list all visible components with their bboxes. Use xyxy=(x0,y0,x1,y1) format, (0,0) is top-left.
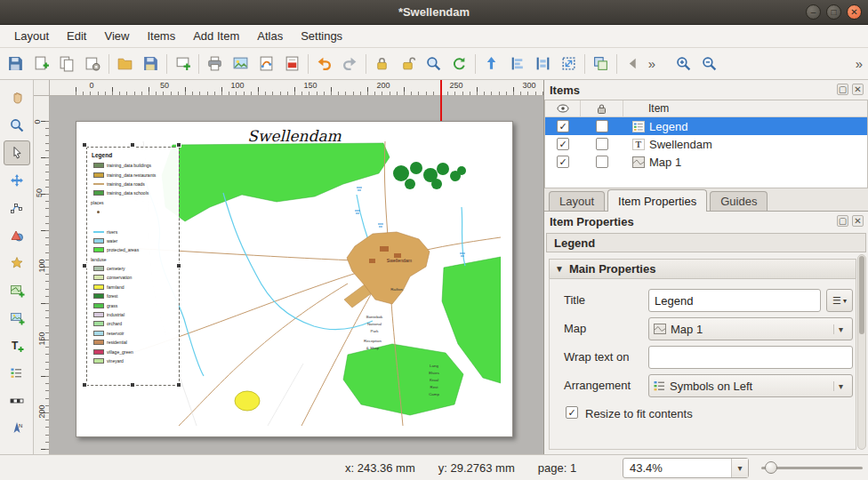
pan-icon[interactable] xyxy=(4,85,30,110)
add-north-arrow-icon[interactable]: N xyxy=(4,416,30,441)
legend-swatch xyxy=(93,238,104,244)
zoom-full-icon[interactable] xyxy=(421,52,446,76)
menu-edit[interactable]: Edit xyxy=(58,27,95,45)
wrap-text-input[interactable] xyxy=(648,346,853,369)
float-panel-icon[interactable]: ▢ xyxy=(837,215,848,227)
selection-handle[interactable] xyxy=(176,382,181,388)
close-button[interactable]: ✕ xyxy=(847,4,862,20)
save-template-icon[interactable] xyxy=(138,52,164,76)
scrollbar-thumb[interactable] xyxy=(859,256,864,334)
selection-handle[interactable] xyxy=(82,263,87,268)
layout-manager-icon[interactable] xyxy=(80,52,106,76)
print-icon[interactable] xyxy=(202,52,228,76)
zoom-slider-thumb[interactable] xyxy=(765,461,777,474)
lock-checkbox[interactable] xyxy=(596,138,608,150)
zoom-level-combo[interactable]: 43.4% ▾ xyxy=(623,458,749,478)
menu-layout[interactable]: Layout xyxy=(5,27,58,45)
save-icon[interactable] xyxy=(3,52,28,76)
item-row-legend[interactable]: ✓ Legend xyxy=(545,117,867,135)
add-legend-icon[interactable] xyxy=(4,361,30,386)
add-scalebar-icon[interactable] xyxy=(4,388,30,413)
add-pages-icon[interactable] xyxy=(170,52,196,76)
add-marker-icon[interactable] xyxy=(4,251,30,276)
redo-icon[interactable] xyxy=(337,52,363,76)
zoom-in-icon[interactable] xyxy=(671,52,696,76)
maximize-button[interactable]: □ xyxy=(826,4,841,20)
tab-layout[interactable]: Layout xyxy=(549,191,605,211)
undo-icon[interactable] xyxy=(311,52,337,76)
float-panel-icon[interactable]: ▢ xyxy=(837,84,848,95)
selection-handle[interactable] xyxy=(176,142,181,148)
export-image-icon[interactable] xyxy=(228,52,253,76)
visibility-checkbox[interactable]: ✓ xyxy=(557,120,569,132)
new-layout-icon[interactable] xyxy=(28,52,54,76)
zoom-slider[interactable] xyxy=(761,455,863,480)
horizontal-ruler[interactable]: 0 50 100 150 200 250 300 xyxy=(50,80,544,96)
legend-title-input[interactable] xyxy=(648,289,821,312)
menu-atlas[interactable]: Atlas xyxy=(248,27,292,45)
edit-nodes-item-icon[interactable] xyxy=(4,196,30,220)
add-shape-icon[interactable] xyxy=(4,223,30,248)
select-move-item-icon[interactable] xyxy=(4,140,30,165)
map-select[interactable]: Map 1 ▾ xyxy=(648,317,853,340)
properties-scrollbar[interactable] xyxy=(857,254,866,450)
legend-item-icon xyxy=(632,121,645,132)
align-items-icon[interactable] xyxy=(504,52,530,76)
export-svg-icon[interactable] xyxy=(253,52,279,76)
zoom-tool-icon[interactable] xyxy=(4,113,30,138)
lock-checkbox[interactable] xyxy=(596,120,608,132)
selection-handle[interactable] xyxy=(130,142,135,148)
ellipse-item[interactable] xyxy=(235,391,260,411)
layout-canvas[interactable]: 0 50 100 150 200 250 300 0 50 100 150 20… xyxy=(34,80,544,454)
tab-guides[interactable]: Guides xyxy=(710,191,768,211)
visibility-checkbox[interactable]: ✓ xyxy=(557,156,569,168)
data-defined-override-button[interactable]: ☰▾ xyxy=(826,289,853,312)
selection-handle[interactable] xyxy=(82,382,87,388)
legend-entry: vineyard xyxy=(89,356,177,365)
visibility-checkbox[interactable]: ✓ xyxy=(557,138,569,150)
add-map-icon[interactable] xyxy=(4,278,30,303)
zoom-out-icon[interactable] xyxy=(696,52,722,76)
duplicate-layout-icon[interactable] xyxy=(54,52,80,76)
load-template-icon[interactable] xyxy=(112,52,138,76)
map-label: Kraal xyxy=(430,378,438,382)
layout-page[interactable]: Swellendam xyxy=(76,121,513,437)
main-properties-group[interactable]: ▼ Main Properties xyxy=(549,259,856,279)
menu-add-item[interactable]: Add Item xyxy=(184,27,248,45)
toolbar-overflow-2-icon[interactable]: » xyxy=(853,56,865,71)
toolbar-overflow-icon[interactable]: » xyxy=(646,56,658,71)
lock-checkbox[interactable] xyxy=(596,156,608,168)
map-label-town: Swellendam xyxy=(387,258,412,263)
resize-items-icon[interactable] xyxy=(556,52,582,76)
add-label-icon[interactable]: T xyxy=(4,333,30,358)
resize-to-fit-checkbox[interactable]: ✓ xyxy=(566,406,578,419)
ruler-label: 0 xyxy=(34,119,42,124)
move-item-content-icon[interactable] xyxy=(4,168,30,193)
selection-handle[interactable] xyxy=(82,142,87,148)
group-items-icon[interactable] xyxy=(588,52,614,76)
tab-item-properties[interactable]: Item Properties xyxy=(607,189,707,212)
export-pdf-icon[interactable] xyxy=(279,52,305,76)
selection-handle[interactable] xyxy=(176,263,181,268)
refresh-icon[interactable] xyxy=(446,52,472,76)
atlas-prev-icon[interactable] xyxy=(620,52,646,76)
distribute-items-icon[interactable] xyxy=(530,52,556,76)
close-panel-icon[interactable]: ✕ xyxy=(852,215,864,227)
raise-items-icon[interactable] xyxy=(478,52,504,76)
map-label: & Shop xyxy=(366,346,380,350)
item-row-swellendam[interactable]: ✓ T Swellendam xyxy=(545,135,867,153)
menu-view[interactable]: View xyxy=(95,27,138,45)
unlock-items-icon[interactable] xyxy=(395,52,421,76)
lock-items-icon[interactable] xyxy=(369,52,395,76)
item-row-map1[interactable]: ✓ Map 1 xyxy=(545,153,867,171)
minimize-button[interactable]: – xyxy=(806,4,821,20)
vertical-ruler[interactable]: 0 50 100 150 200 xyxy=(34,96,50,454)
selection-handle[interactable] xyxy=(130,382,135,388)
menu-settings[interactable]: Settings xyxy=(292,27,351,45)
arrangement-select[interactable]: Symbols on Left ▾ xyxy=(648,374,853,397)
add-picture-icon[interactable] xyxy=(4,306,30,331)
close-panel-icon[interactable]: ✕ xyxy=(852,84,864,95)
menu-items[interactable]: Items xyxy=(138,27,184,45)
legend-label: forest xyxy=(107,293,118,299)
legend-item[interactable]: Legend training_data buildings training_… xyxy=(87,148,179,385)
